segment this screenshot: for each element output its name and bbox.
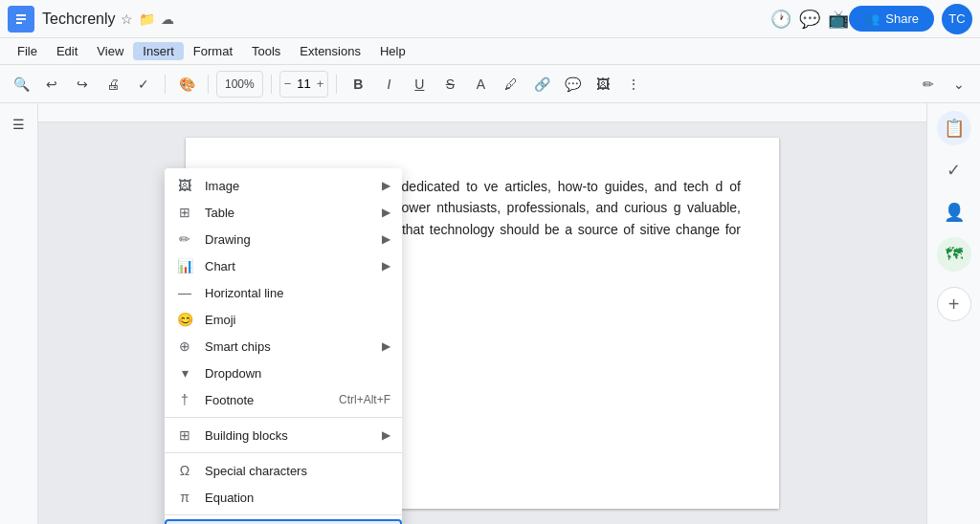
buildingblocks-label: Building blocks [205, 428, 370, 443]
font-size-increase[interactable]: + [317, 76, 324, 91]
menu-edit[interactable]: Edit [47, 42, 87, 60]
menu-row-emoji[interactable]: 😊 Emoji [165, 306, 402, 333]
sidebar-right: 📋 ✓ 👤 🗺 + [926, 103, 980, 524]
bold-btn[interactable]: B [345, 71, 371, 98]
toolbar-sep-4 [336, 75, 337, 94]
menu-row-table[interactable]: ⊞ Table ▶ [165, 199, 402, 226]
equation-menu-icon: π [176, 490, 193, 505]
chart-menu-icon: 📊 [176, 258, 193, 273]
link-btn[interactable]: 🔗 [528, 71, 555, 98]
chat-icon[interactable]: 💬 [799, 9, 820, 30]
underline-btn[interactable]: U [406, 71, 433, 98]
toolbar-sep-1 [165, 75, 166, 94]
font-size-control: − 11 + [279, 71, 329, 98]
font-size-decrease[interactable]: − [284, 76, 292, 91]
cloud-icon[interactable]: ☁ [161, 11, 174, 27]
image-btn[interactable]: 🖼 [590, 71, 616, 98]
hline-menu-icon: — [176, 285, 193, 300]
sidebar-add-btn[interactable]: + [937, 287, 971, 321]
paint-format-btn[interactable]: 🎨 [173, 71, 200, 98]
search-toolbar-btn[interactable]: 🔍 [8, 71, 34, 98]
dropdown-overlay: 🖼 Image ▶ ⊞ Table ▶ ✏ Drawing ▶ [38, 103, 926, 524]
footnote-label: Footnote [205, 393, 327, 407]
table-menu-icon: ⊞ [176, 205, 193, 220]
folder-icon[interactable]: 📁 [139, 11, 155, 27]
smartchips-arrow: ▶ [382, 339, 390, 353]
doc-title: Techcrenly [42, 11, 115, 28]
image-label: Image [205, 179, 370, 193]
menu-extensions[interactable]: Extensions [290, 42, 370, 60]
menu-row-horizontal-line[interactable]: — Horizontal line [165, 279, 402, 306]
chart-arrow: ▶ [382, 259, 390, 273]
font-size-value[interactable]: 11 [293, 76, 314, 91]
title-icons: ☆ 📁 ☁ [121, 11, 174, 27]
sidebar-tasks-btn[interactable]: ✓ [937, 153, 971, 187]
menu-row-footnote[interactable]: † Footnote Ctrl+Alt+F [165, 386, 402, 413]
zoom-control[interactable]: 100% [216, 71, 263, 98]
menu-help[interactable]: Help [370, 42, 415, 60]
sidebar-contacts-btn[interactable]: 👤 [937, 195, 971, 229]
menu-insert[interactable]: Insert [133, 42, 184, 60]
doc-area: / is a tech blog site that is dedicated … [38, 103, 926, 524]
smartchips-label: Smart chips [205, 339, 370, 354]
comment-btn[interactable]: 💬 [559, 71, 586, 98]
print-btn[interactable]: 🖨 [100, 71, 126, 98]
avatar: TC [942, 4, 972, 34]
specialchars-menu-icon: Ω [176, 463, 193, 478]
italic-btn[interactable]: I [375, 71, 402, 98]
footnote-shortcut: Ctrl+Alt+F [339, 393, 390, 406]
strikethrough-btn[interactable]: S [436, 71, 463, 98]
menu-row-smart-chips[interactable]: ⊕ Smart chips ▶ [165, 333, 402, 360]
main-area: ☰ / is a tech blog site that is dedicate… [0, 103, 980, 524]
app-icon [8, 6, 34, 33]
highlight-btn[interactable]: 🖊 [498, 71, 524, 98]
toolbar-sep-3 [271, 75, 272, 94]
menu-row-special-chars[interactable]: Ω Special characters [165, 457, 402, 484]
menu-sep-1 [165, 417, 402, 418]
toolbar: 🔍 ↩ ↪ 🖨 ✓ 🎨 100% − 11 + B I U S A 🖊 🔗 💬 … [0, 65, 980, 103]
buildingblocks-menu-icon: ⊞ [176, 427, 193, 443]
present-icon[interactable]: 📺 [828, 9, 849, 30]
menu-sep-3 [165, 514, 402, 515]
sidebar-notes-btn[interactable]: 📋 [937, 111, 971, 145]
menu-row-building-blocks[interactable]: ⊞ Building blocks ▶ [165, 422, 402, 448]
sidebar-left: ☰ [0, 103, 38, 524]
sidebar-maps-btn[interactable]: 🗺 [937, 237, 971, 272]
hline-label: Horizontal line [205, 286, 390, 300]
menu-row-drawing[interactable]: ✏ Drawing ▶ [165, 226, 402, 252]
redo-btn[interactable]: ↪ [69, 71, 96, 98]
history-icon[interactable]: 🕐 [770, 9, 791, 30]
footnote-menu-icon: † [176, 392, 193, 407]
chart-label: Chart [205, 259, 370, 273]
spellcheck-btn[interactable]: ✓ [130, 71, 157, 98]
drawing-label: Drawing [205, 232, 370, 247]
drawing-arrow: ▶ [382, 232, 390, 246]
menu-row-image[interactable]: 🖼 Image ▶ [165, 172, 402, 199]
text-color-btn[interactable]: A [467, 71, 494, 98]
share-button[interactable]: 👥 Share [849, 6, 934, 32]
specialchars-label: Special characters [205, 464, 390, 478]
menu-view[interactable]: View [87, 42, 133, 60]
image-arrow: ▶ [382, 179, 390, 192]
emoji-label: Emoji [205, 313, 390, 327]
menu-row-watermark[interactable]: 🖼 Watermark [165, 519, 402, 524]
toolbar-sep-2 [208, 75, 209, 94]
menu-format[interactable]: Format [184, 42, 242, 60]
top-bar: Techcrenly ☆ 📁 ☁ 🕐 💬 📺 👥 Share TC [0, 0, 980, 38]
emoji-menu-icon: 😊 [176, 312, 193, 327]
menu-row-equation[interactable]: π Equation [165, 484, 402, 511]
more-btn[interactable]: ⋮ [620, 71, 647, 98]
top-right-icons: 🕐 💬 📺 [770, 9, 849, 30]
formatting-btn[interactable]: ✏ [915, 71, 942, 98]
expand-btn[interactable]: ⌄ [946, 71, 972, 98]
star-icon[interactable]: ☆ [121, 11, 133, 27]
menu-bar: File Edit View Insert Format Tools Exten… [0, 38, 980, 65]
drawing-menu-icon: ✏ [176, 231, 193, 247]
dropdown-menu-icon: ▾ [176, 365, 193, 381]
menu-tools[interactable]: Tools [242, 42, 290, 60]
menu-row-dropdown[interactable]: ▾ Dropdown [165, 360, 402, 386]
outline-btn[interactable]: ☰ [6, 111, 33, 138]
menu-row-chart[interactable]: 📊 Chart ▶ [165, 252, 402, 279]
menu-file[interactable]: File [8, 42, 47, 60]
undo-btn[interactable]: ↩ [38, 71, 65, 98]
